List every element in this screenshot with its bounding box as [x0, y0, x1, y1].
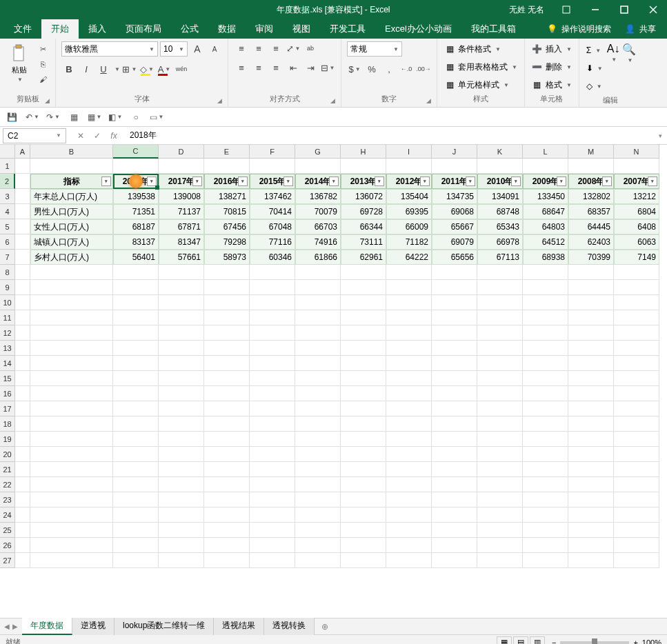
- cell[interactable]: [113, 492, 159, 507]
- cell[interactable]: 60346: [250, 250, 295, 265]
- cell[interactable]: [432, 280, 477, 295]
- cell[interactable]: [295, 477, 341, 492]
- cell[interactable]: [568, 538, 614, 553]
- cell[interactable]: 62403: [568, 234, 614, 250]
- cell[interactable]: [15, 159, 30, 174]
- cell[interactable]: [204, 386, 250, 401]
- cell[interactable]: [568, 553, 614, 568]
- cell[interactable]: [614, 492, 659, 507]
- cell[interactable]: [341, 295, 386, 310]
- cell[interactable]: [386, 371, 432, 386]
- row-header-21[interactable]: 21: [0, 462, 15, 477]
- cell[interactable]: [30, 523, 113, 538]
- cell[interactable]: 62961: [341, 250, 386, 265]
- cell[interactable]: [568, 523, 614, 538]
- cut-button[interactable]: ✂: [36, 43, 50, 55]
- cell[interactable]: 66978: [477, 234, 523, 250]
- maximize-icon[interactable]: [610, 0, 638, 19]
- cell[interactable]: [15, 295, 30, 310]
- cell[interactable]: [30, 432, 113, 447]
- cell[interactable]: [295, 492, 341, 507]
- cell[interactable]: [30, 356, 113, 371]
- cell[interactable]: [477, 492, 523, 507]
- cell[interactable]: 6804: [614, 204, 659, 219]
- align-right-button[interactable]: ≡: [268, 61, 283, 74]
- font-size-select[interactable]: 10▼: [160, 41, 188, 57]
- cell[interactable]: [614, 553, 659, 568]
- cell[interactable]: [341, 265, 386, 280]
- cell[interactable]: 58973: [204, 250, 250, 265]
- cell[interactable]: 68748: [477, 204, 523, 219]
- sheet-tab-2[interactable]: lookup函数二维转一维: [115, 618, 214, 635]
- cell[interactable]: [204, 447, 250, 462]
- filter-icon[interactable]: ▾: [238, 177, 248, 186]
- cell[interactable]: [477, 386, 523, 401]
- cell[interactable]: [204, 310, 250, 325]
- cell[interactable]: 66703: [295, 219, 341, 234]
- cell[interactable]: [432, 386, 477, 401]
- cell[interactable]: [30, 477, 113, 492]
- cell[interactable]: [30, 295, 113, 310]
- cell[interactable]: 132802: [568, 189, 614, 204]
- cell[interactable]: [15, 507, 30, 523]
- cell[interactable]: [614, 310, 659, 325]
- cell[interactable]: 2015年▾: [250, 174, 295, 189]
- cell[interactable]: [250, 295, 295, 310]
- tab-3[interactable]: 页面布局: [116, 19, 171, 39]
- cell[interactable]: [159, 280, 204, 295]
- comma-button[interactable]: ,: [381, 62, 397, 76]
- col-header-K[interactable]: K: [477, 145, 523, 159]
- number-format-select[interactable]: 常规▼: [347, 41, 402, 57]
- cell[interactable]: [568, 325, 614, 341]
- row-header-15[interactable]: 15: [0, 371, 15, 386]
- cell[interactable]: [432, 295, 477, 310]
- page-break-button[interactable]: ▥: [530, 636, 545, 645]
- zoom-level[interactable]: 100%: [642, 638, 661, 645]
- cell[interactable]: [15, 386, 30, 401]
- cell[interactable]: [341, 325, 386, 341]
- cell[interactable]: 139008: [159, 189, 204, 204]
- cell[interactable]: 83137: [113, 234, 159, 250]
- cell[interactable]: 69728: [341, 204, 386, 219]
- save-button[interactable]: 💾: [4, 110, 19, 125]
- cell[interactable]: [341, 280, 386, 295]
- cell[interactable]: [477, 265, 523, 280]
- cell[interactable]: [113, 416, 159, 432]
- cell[interactable]: [15, 416, 30, 432]
- cell[interactable]: 指标▾: [30, 174, 113, 189]
- cell[interactable]: [204, 265, 250, 280]
- cell[interactable]: [432, 507, 477, 523]
- ribbon-options-icon[interactable]: [552, 0, 580, 19]
- cell[interactable]: [113, 356, 159, 371]
- border-button[interactable]: ⊞▼: [122, 62, 137, 76]
- cell[interactable]: [341, 507, 386, 523]
- row-header-25[interactable]: 25: [0, 523, 15, 538]
- accept-formula-button[interactable]: ✓: [90, 128, 105, 143]
- tab-5[interactable]: 数据: [208, 19, 246, 39]
- cell[interactable]: [295, 523, 341, 538]
- cell[interactable]: [30, 538, 113, 553]
- cell[interactable]: [250, 341, 295, 356]
- delete-cells-button[interactable]: ➖删除▼: [530, 59, 573, 74]
- bold-button[interactable]: B: [61, 62, 77, 76]
- cell[interactable]: [159, 553, 204, 568]
- cell[interactable]: [15, 341, 30, 356]
- row-header-18[interactable]: 18: [0, 416, 15, 432]
- cell[interactable]: 2017年▾: [159, 174, 204, 189]
- shrink-font-button[interactable]: A: [207, 42, 222, 56]
- cell[interactable]: [250, 432, 295, 447]
- cell[interactable]: [15, 265, 30, 280]
- cell[interactable]: [30, 159, 113, 174]
- cell[interactable]: [113, 280, 159, 295]
- cell[interactable]: [30, 416, 113, 432]
- cell[interactable]: [159, 447, 204, 462]
- cell[interactable]: [15, 553, 30, 568]
- cell[interactable]: [568, 386, 614, 401]
- cell[interactable]: [432, 477, 477, 492]
- cell[interactable]: [614, 477, 659, 492]
- row-header-2[interactable]: 2: [0, 174, 15, 189]
- cell[interactable]: [159, 432, 204, 447]
- cell[interactable]: [113, 310, 159, 325]
- cell[interactable]: [250, 310, 295, 325]
- row-header-3[interactable]: 3: [0, 189, 15, 204]
